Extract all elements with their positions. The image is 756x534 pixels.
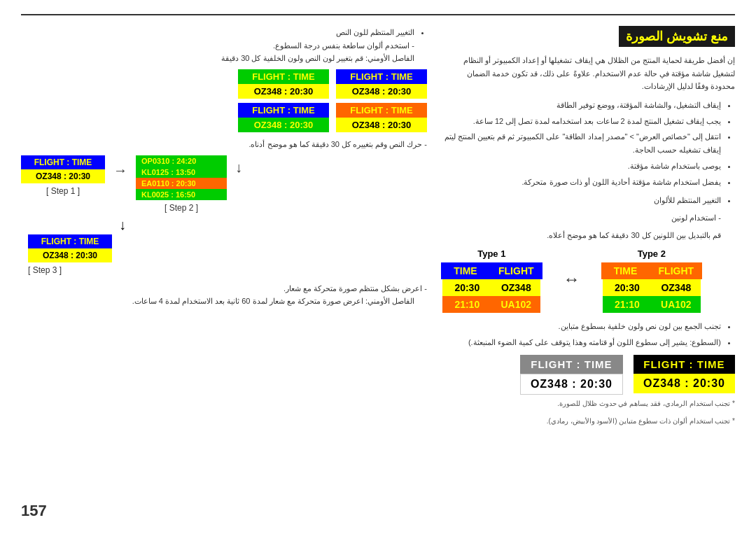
black-widget: FLIGHT : TIME OZ348 : 20:30 [634, 355, 735, 395]
oyw-header: FLIGHT : TIME [336, 103, 427, 118]
widgets-grid: FLIGHT : TIME OZ348 : 20:30 FLIGHT : TIM… [21, 69, 427, 132]
step2-item2: KL0125 : 13:50 [136, 167, 227, 178]
widgets-row2: FLIGHT : TIME OZ348 : 20:30 FLIGHT : TIM… [21, 103, 427, 132]
down-arrow-icon: ↓ [235, 160, 242, 176]
type2-time-header: TIME [601, 262, 650, 279]
step1-block: FLIGHT : TIME OZ348 : 20:30 [ Step 1 ] [21, 155, 105, 196]
type1-oz-cell: OZ348 [491, 279, 540, 296]
type2-flight-header: FLIGHT [650, 262, 703, 279]
note1: * تجنب استخدام الرمادي، فقد يساهم في حدو… [441, 398, 735, 409]
type1-time2-cell: 21:10 [442, 296, 491, 313]
step-down-arrow: ↓ [235, 160, 242, 176]
color-section-text: التغيير المنتظم للألوان - استخدام لونين … [441, 194, 735, 241]
type1-flight-header: FLIGHT [490, 262, 542, 279]
moving-text: - اعرض بشكل منتظم صورة متحركة مع شعار. ا… [21, 282, 427, 308]
type-comparison: Type 1 FLIGHT TIME OZ348 20:30 UA102 21: [441, 248, 735, 313]
gray-header: FLIGHT : TIME [520, 355, 623, 374]
type1-label: Type 1 [477, 248, 505, 259]
gray-row: OZ348 : 20:30 [520, 374, 623, 395]
bullets-section: إيقاف التشغيل، والشاشة المؤقتة، ووضع توف… [441, 99, 735, 188]
steps-row: FLIGHT : TIME OZ348 : 20:30 [ Step 1 ] →… [21, 155, 427, 213]
byw-header: FLIGHT : TIME [336, 69, 427, 84]
step2-list: OP0310 : 24:20 KL0125 : 13:50 EA0110 : 2… [136, 155, 227, 200]
bottom-widgets-row: FLIGHT : TIME OZ348 : 20:30 FLIGHT : TIM… [441, 355, 735, 395]
lr-arrow: ↔ [564, 269, 580, 289]
type2-oz-cell: OZ348 [652, 279, 701, 296]
gyw-row: OZ348 : 20:30 [238, 84, 329, 99]
type2-label: Type 2 [638, 248, 666, 259]
step2-item3: EA0110 : 20:30 [136, 178, 227, 189]
step2-block: OP0310 : 24:20 KL0125 : 13:50 EA0110 : 2… [136, 155, 227, 213]
intro-text: إن أفضل طريقة لحماية المنتج من الظلال هي… [441, 54, 735, 93]
step3-label: [ Step 3 ] [28, 265, 62, 275]
step2-item1: OP0310 : 24:20 [136, 155, 227, 167]
type1-time-header: TIME [441, 262, 490, 279]
s3-header: FLIGHT : TIME [28, 234, 112, 248]
step3-block: ↓ FLIGHT : TIME OZ348 : 20:30 [ Step 3 ] [28, 217, 427, 275]
step-text: - حرك النص وقم بتغييره كل 30 دقيقة كما ه… [21, 138, 427, 151]
step2-item4: KL0025 : 16:50 [136, 189, 227, 200]
gyw-header: FLIGHT : TIME [238, 69, 329, 84]
step3-arrow-down: ↓ [119, 217, 126, 233]
s1-header: FLIGHT : TIME [21, 155, 105, 169]
main-layout: منع تشويش الصورة إن أفضل طريقة لحماية ال… [21, 26, 735, 504]
page-number: 157 [21, 502, 47, 520]
type1-time1-cell: 20:30 [442, 279, 491, 296]
blue-yellow-widget: FLIGHT : TIME OZ348 : 20:30 [336, 69, 427, 99]
green-yellow-widget: FLIGHT : TIME OZ348 : 20:30 [238, 69, 329, 99]
blue-green-widget: FLIGHT : TIME OZ348 : 20:30 [238, 103, 329, 132]
step1-widget: FLIGHT : TIME OZ348 : 20:30 [21, 155, 105, 183]
type2-ua-cell: UA102 [652, 296, 701, 313]
right-panel: منع تشويش الصورة إن أفضل طريقة لحماية ال… [441, 26, 735, 504]
black-row: OZ348 : 20:30 [634, 374, 735, 393]
orange-yellow-widget: FLIGHT : TIME OZ348 : 20:30 [336, 103, 427, 132]
step3-widget: FLIGHT : TIME OZ348 : 20:30 [28, 234, 112, 262]
page-container: منع تشويش الصورة إن أفضل طريقة لحماية ال… [0, 0, 756, 534]
black-header: FLIGHT : TIME [634, 355, 735, 374]
s3-row: OZ348 : 20:30 [28, 248, 112, 262]
left-panel: التغيير المنتظم للون النص - استخدم ألوان… [21, 26, 427, 504]
bottom-text-section: تجنب الجمع بين لون نص ولون خلفية بسطوع م… [441, 320, 735, 349]
type2-time2-cell: 21:10 [603, 296, 652, 313]
type1-ua-cell: UA102 [491, 296, 540, 313]
bgw-row: OZ348 : 20:30 [238, 118, 329, 132]
bgw-header: FLIGHT : TIME [238, 103, 329, 118]
step2-label: [ Step 2 ] [164, 203, 198, 213]
oyw-row: OZ348 : 20:30 [336, 118, 427, 132]
type1-block: Type 1 FLIGHT TIME OZ348 20:30 UA102 21: [441, 248, 542, 313]
s1-row: OZ348 : 20:30 [21, 169, 105, 183]
top-divider [21, 14, 735, 15]
step1-label: [ Step 1 ] [46, 186, 80, 196]
byw-row: OZ348 : 20:30 [336, 84, 427, 99]
left-text-1: التغيير المنتظم للون النص - استخدم ألوان… [21, 26, 427, 65]
section-title: منع تشويش الصورة [619, 26, 735, 47]
note2: * تجنب استخدام ألوان ذات سطوع متباين (ال… [441, 415, 735, 427]
gray-widget: FLIGHT : TIME OZ348 : 20:30 [520, 355, 623, 395]
step-arrow-right: → [113, 162, 127, 178]
type2-block: Type 2 FLIGHT TIME OZ348 20:30 UA102 21: [601, 248, 703, 313]
type2-time1-cell: 20:30 [603, 279, 652, 296]
widgets-row1: FLIGHT : TIME OZ348 : 20:30 FLIGHT : TIM… [21, 69, 427, 99]
